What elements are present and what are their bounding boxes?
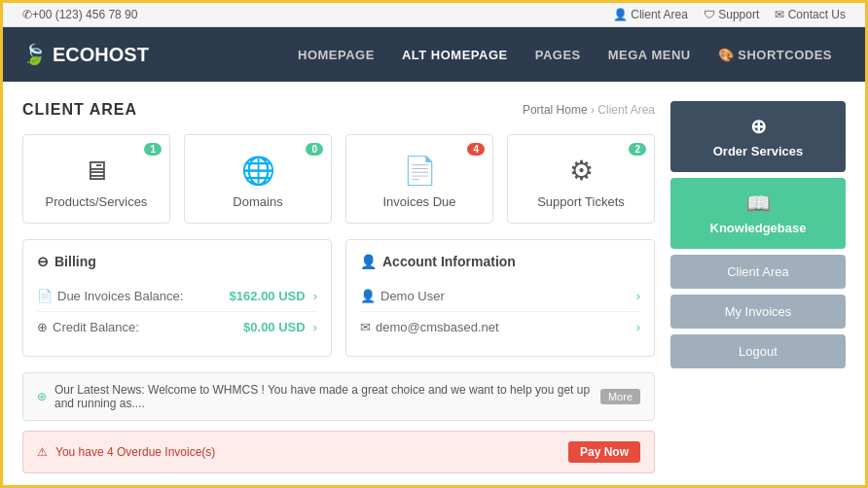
news-text: Our Latest News: Welcome to WHMCS ! You … [54,383,593,410]
card-tickets[interactable]: 2 ⚙ Support Tickets [507,134,655,224]
credit-icon: ⊕ [37,320,48,334]
card-domains[interactable]: 0 🌐 Domains [184,134,332,224]
cards-row: 1 🖥 Products/Services 0 🌐 Domains 4 📄 In… [22,134,655,224]
account-panel: 👤 Account Information 👤 Demo User › ✉ de… [345,239,655,357]
news-icon: ⊕ [37,390,47,403]
invoices-icon: 📄 [360,155,479,187]
invoices-label: Invoices Due [360,194,479,209]
tickets-icon: ⚙ [522,155,640,187]
products-label: Products/Services [37,194,156,209]
tickets-badge: 2 [629,143,646,156]
products-badge: 1 [144,143,162,156]
credit-arrow[interactable]: › [313,320,317,334]
nav-item-mega-menu[interactable]: MEGA MENU [595,30,705,80]
shortcodes-icon: 🎨 [718,48,735,62]
support-link[interactable]: 🛡 Support [704,8,759,21]
breadcrumb-current: Client Area [597,103,655,117]
due-balance-value: $162.00 USD [230,289,306,303]
domains-icon: 🌐 [199,155,317,187]
knowledge-label: Knowledgebase [710,221,807,235]
user-arrow[interactable]: › [636,289,640,303]
breadcrumb: Portal Home › Client Area [523,103,655,117]
invoice-row-icon: 📄 [37,289,53,303]
alert-bar: ⚠ You have 4 Overdue Invoice(s) Pay Now [22,431,655,473]
order-icon: ⊕ [750,115,767,138]
news-more-button[interactable]: More [600,389,640,404]
card-invoices[interactable]: 4 📄 Invoices Due [345,134,493,224]
invoices-badge: 4 [467,143,485,156]
account-title: 👤 Account Information [360,254,640,269]
envelope-icon: ✉ [775,8,784,21]
account-icon: 👤 [360,254,377,269]
client-area-icon: 👤 [613,8,628,21]
nav-item-homepage[interactable]: HOMEPAGE [284,30,388,80]
client-area-sidebar-link[interactable]: Client Area [670,255,846,289]
top-bar-right: 👤 Client Area 🛡 Support ✉ Contact Us [613,8,846,21]
billing-panel: ⊖ Billing 📄 Due Invoices Balance: $162.0… [22,239,332,357]
main-content: CLIENT AREA Portal Home › Client Area 1 … [3,82,865,483]
support-icon: 🛡 [704,8,715,21]
top-bar: ✆+00 (123) 456 78 90 👤 Client Area 🛡 Sup… [3,3,865,27]
panels-row: ⊖ Billing 📄 Due Invoices Balance: $162.0… [22,239,655,357]
contact-us-link[interactable]: ✉ Contact Us [775,8,846,21]
nav-links: HOMEPAGE ALT HOMEPAGE PAGES MEGA MENU 🎨 … [284,30,846,80]
tickets-label: Support Tickets [522,194,640,209]
content-area: CLIENT AREA Portal Home › Client Area 1 … [22,101,655,483]
alert-text: You have 4 Overdue Invoice(s) [55,445,561,459]
email-icon: ✉ [360,320,371,334]
phone-number: ✆+00 (123) 456 78 90 [22,8,137,21]
billing-row-due[interactable]: 📄 Due Invoices Balance: $162.00 USD › [37,281,317,312]
main-nav: 🍃 ECOHOST HOMEPAGE ALT HOMEPAGE PAGES ME… [3,27,865,82]
billing-row-credit[interactable]: ⊕ Credit Balance: $0.00 USD › [37,312,317,342]
domains-label: Domains [199,194,317,209]
credit-value: $0.00 USD [243,320,306,334]
my-invoices-link[interactable]: My Invoices [670,295,846,329]
nav-item-shortcodes[interactable]: 🎨 SHORTCODES [705,30,846,80]
knowledgebase-button[interactable]: 📖 Knowledgebase [670,178,846,249]
card-products[interactable]: 1 🖥 Products/Services [22,134,170,224]
breadcrumb-row: CLIENT AREA Portal Home › Client Area [22,101,655,119]
due-balance-arrow[interactable]: › [313,289,317,303]
knowledge-icon: 📖 [746,192,771,215]
alert-icon: ⚠ [37,445,48,459]
logo[interactable]: 🍃 ECOHOST [22,43,149,66]
nav-item-pages[interactable]: PAGES [522,30,595,80]
news-bar: ⊕ Our Latest News: Welcome to WHMCS ! Yo… [22,372,655,421]
sidebar: ⊕ Order Services 📖 Knowledgebase Client … [670,101,846,483]
billing-icon: ⊖ [37,254,49,269]
billing-title: ⊖ Billing [37,254,317,269]
user-icon: 👤 [360,289,376,303]
email-arrow[interactable]: › [636,320,640,334]
pay-now-button[interactable]: Pay Now [568,441,640,463]
domains-badge: 0 [306,143,323,156]
page-title: CLIENT AREA [22,101,137,119]
client-area-link[interactable]: 👤 Client Area [613,8,688,21]
account-row-email[interactable]: ✉ demo@cmsbased.net › [360,312,640,342]
order-label: Order Services [713,144,804,158]
logout-link[interactable]: Logout [670,334,846,368]
leaf-icon: 🍃 [22,43,47,66]
products-icon: 🖥 [37,155,156,187]
breadcrumb-home-link[interactable]: Portal Home [523,103,588,117]
account-row-user[interactable]: 👤 Demo User › [360,281,640,312]
order-services-button[interactable]: ⊕ Order Services [670,101,846,172]
nav-item-alt-homepage[interactable]: ALT HOMEPAGE [388,30,522,80]
